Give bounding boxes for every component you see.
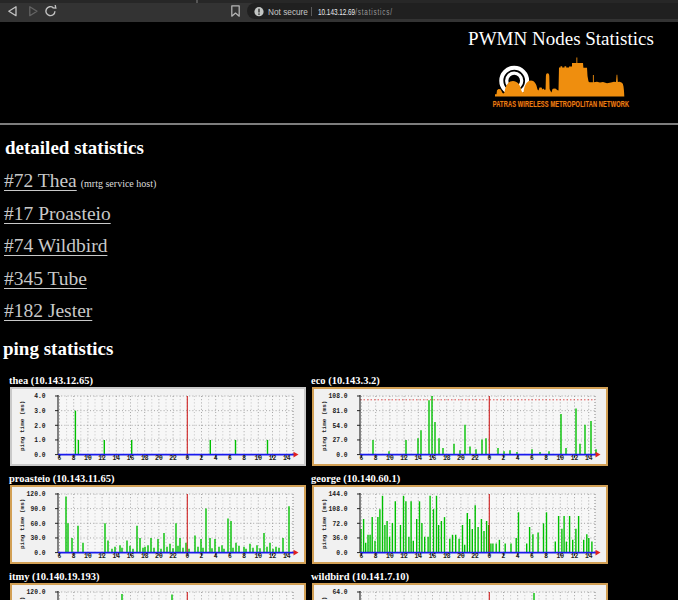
- svg-text:6: 6: [58, 553, 62, 560]
- svg-text:0: 0: [487, 553, 491, 560]
- svg-text:6: 6: [360, 455, 364, 462]
- svg-text:16: 16: [127, 455, 135, 462]
- svg-text:10: 10: [557, 455, 565, 462]
- svg-text:22: 22: [471, 455, 479, 462]
- svg-text:14: 14: [585, 455, 593, 462]
- svg-text:20: 20: [155, 455, 163, 462]
- svg-text:10: 10: [84, 553, 92, 560]
- svg-text:0.0: 0.0: [34, 452, 46, 459]
- svg-text:0.0: 0.0: [34, 550, 46, 557]
- svg-text:6: 6: [228, 455, 232, 462]
- svg-text:6: 6: [360, 553, 364, 560]
- svg-text:6: 6: [530, 455, 534, 462]
- svg-text:120.0: 120.0: [27, 589, 46, 596]
- svg-text:12: 12: [269, 455, 277, 462]
- svg-text:16: 16: [429, 553, 437, 560]
- svg-text:18: 18: [443, 455, 451, 462]
- svg-text:12: 12: [98, 455, 106, 462]
- svg-text:12: 12: [400, 455, 408, 462]
- svg-text:72.0: 72.0: [332, 521, 347, 528]
- svg-text:20: 20: [457, 455, 465, 462]
- svg-text:18: 18: [443, 553, 451, 560]
- svg-text:2: 2: [200, 455, 204, 462]
- svg-text:144.0: 144.0: [329, 491, 348, 498]
- svg-text:108.0: 108.0: [329, 506, 348, 513]
- svg-text:18: 18: [141, 553, 149, 560]
- svg-text:2: 2: [200, 553, 204, 560]
- svg-text:27.0: 27.0: [332, 437, 347, 444]
- svg-text:8: 8: [544, 455, 548, 462]
- svg-text:12: 12: [98, 553, 106, 560]
- svg-text:ping time (ms): ping time (ms): [321, 499, 328, 549]
- svg-text:6: 6: [530, 553, 534, 560]
- svg-text:4: 4: [516, 455, 520, 462]
- svg-text:8: 8: [72, 553, 76, 560]
- svg-text:14: 14: [585, 553, 593, 560]
- svg-text:14: 14: [283, 455, 291, 462]
- svg-text:0.0: 0.0: [336, 452, 348, 459]
- svg-text:ping time (ms): ping time (ms): [19, 401, 26, 451]
- svg-text:108.0: 108.0: [329, 393, 348, 400]
- svg-text:36.0: 36.0: [332, 535, 347, 542]
- svg-text:4.0: 4.0: [34, 393, 46, 400]
- svg-text:14: 14: [113, 553, 121, 560]
- svg-text:22: 22: [169, 455, 177, 462]
- svg-text:6: 6: [58, 455, 62, 462]
- svg-text:0: 0: [487, 455, 491, 462]
- svg-text:10: 10: [255, 553, 263, 560]
- svg-text:2: 2: [502, 455, 506, 462]
- svg-text:ping time (ms): ping time (ms): [19, 597, 26, 600]
- svg-text:10: 10: [84, 455, 92, 462]
- svg-text:0: 0: [185, 455, 189, 462]
- svg-text:81.0: 81.0: [332, 408, 347, 415]
- svg-text:8: 8: [72, 455, 76, 462]
- svg-text:10: 10: [255, 455, 263, 462]
- svg-text:1.0: 1.0: [34, 437, 46, 444]
- svg-text:20: 20: [457, 553, 465, 560]
- svg-text:14: 14: [283, 553, 291, 560]
- svg-text:22: 22: [471, 553, 479, 560]
- svg-text:12: 12: [571, 553, 579, 560]
- svg-text:12: 12: [400, 553, 408, 560]
- svg-text:ping time (ms): ping time (ms): [321, 401, 328, 451]
- svg-text:8: 8: [544, 553, 548, 560]
- svg-text:8: 8: [242, 455, 246, 462]
- svg-text:16: 16: [429, 455, 437, 462]
- svg-text:16: 16: [127, 553, 135, 560]
- svg-text:4: 4: [214, 455, 218, 462]
- svg-text:0.0: 0.0: [336, 550, 348, 557]
- svg-text:60.0: 60.0: [30, 521, 45, 528]
- svg-text:10: 10: [386, 553, 394, 560]
- svg-text:12: 12: [269, 553, 277, 560]
- svg-text:8: 8: [374, 455, 378, 462]
- svg-text:120.0: 120.0: [27, 491, 46, 498]
- svg-text:18: 18: [141, 455, 149, 462]
- svg-text:2: 2: [502, 553, 506, 560]
- svg-text:14: 14: [113, 455, 121, 462]
- svg-text:90.0: 90.0: [30, 506, 45, 513]
- svg-text:0: 0: [185, 553, 189, 560]
- svg-text:ping time (ms): ping time (ms): [19, 499, 26, 549]
- svg-text:14: 14: [415, 553, 423, 560]
- svg-text:10: 10: [386, 455, 394, 462]
- svg-text:4: 4: [516, 553, 520, 560]
- svg-text:ping time (ms): ping time (ms): [321, 597, 328, 600]
- svg-text:64.0: 64.0: [332, 589, 347, 596]
- svg-text:14: 14: [415, 455, 423, 462]
- svg-text:2.0: 2.0: [34, 423, 46, 430]
- svg-text:4: 4: [214, 553, 218, 560]
- svg-text:10: 10: [557, 553, 565, 560]
- svg-text:8: 8: [242, 553, 246, 560]
- svg-text:20: 20: [155, 553, 163, 560]
- svg-text:54.0: 54.0: [332, 423, 347, 430]
- svg-text:6: 6: [228, 553, 232, 560]
- svg-text:3.0: 3.0: [34, 408, 46, 415]
- svg-text:22: 22: [169, 553, 177, 560]
- svg-text:30.0: 30.0: [30, 535, 45, 542]
- svg-text:8: 8: [374, 553, 378, 560]
- svg-text:12: 12: [571, 455, 579, 462]
